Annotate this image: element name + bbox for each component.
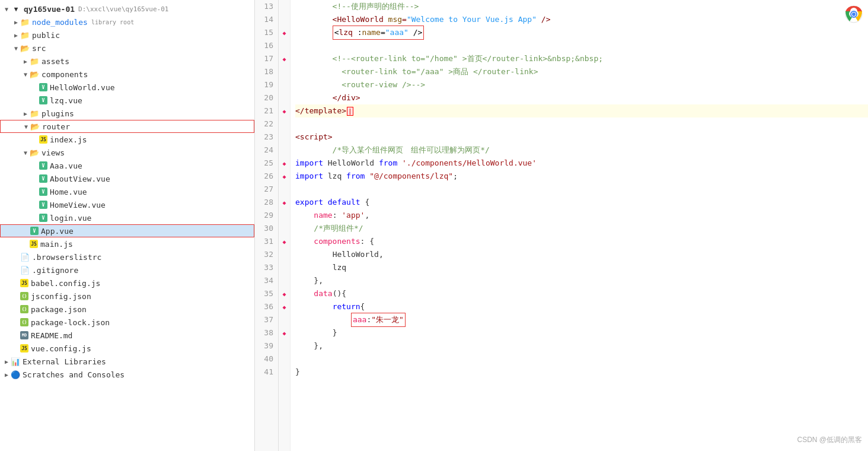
- line-num-23: 23: [260, 131, 273, 144]
- gutter-19: [279, 78, 290, 91]
- line-num-29: 29: [260, 209, 273, 222]
- arrow-icon: [2, 371, 11, 378]
- md-icon: MD: [20, 331, 28, 339]
- file-icon: 📄: [20, 253, 30, 262]
- sidebar-item-public[interactable]: 📁 public: [0, 28, 254, 42]
- gutter-33: [279, 261, 290, 274]
- file-icon: 📄: [20, 266, 30, 275]
- sidebar-item-package-json[interactable]: {} package.json: [0, 303, 254, 316]
- code-line-23: <script>: [295, 131, 868, 144]
- item-label: login.vue: [50, 214, 91, 223]
- code-text: name: 'app',: [295, 209, 369, 222]
- line-num-14: 14: [260, 13, 273, 26]
- sidebar-item-homeview-vue[interactable]: V HomeView.vue: [0, 198, 254, 211]
- sidebar-item-scratches[interactable]: 🔵 Scratches and Consoles: [0, 368, 254, 381]
- line-num-27: 27: [260, 183, 273, 196]
- code-line-21: </template>|: [295, 104, 868, 117]
- item-label: public: [32, 31, 60, 40]
- sidebar-item-node-modules[interactable]: 📁 node_modules library root: [0, 15, 254, 28]
- sidebar-item-aaa-vue[interactable]: V Aaa.vue: [0, 159, 254, 172]
- arrow-icon: [12, 45, 20, 52]
- item-label: HomeView.vue: [50, 201, 106, 209]
- sidebar-item-components[interactable]: 📂 components: [0, 68, 254, 81]
- gutter-13: [279, 0, 290, 13]
- line-num-35: 35: [260, 287, 273, 300]
- vue-icon: V: [39, 161, 47, 170]
- sidebar-item-assets[interactable]: 📁 assets: [0, 55, 254, 68]
- code-content: 13 14 15 16 17 18 19 20 21 22 23 24 25 2…: [255, 0, 868, 451]
- sidebar-item-main-js[interactable]: JS main.js: [0, 237, 254, 250]
- code-line-25: import HelloWorld from './components/Hel…: [295, 157, 868, 170]
- line-num-16: 16: [260, 39, 273, 52]
- sidebar-item-src[interactable]: 📂 src: [0, 42, 254, 55]
- sidebar-item-login-vue[interactable]: V login.vue: [0, 211, 254, 224]
- sidebar-item-router[interactable]: 📂 router: [0, 120, 254, 133]
- line-num-28: 28: [260, 196, 273, 209]
- vue-icon: V: [39, 96, 47, 104]
- item-label: README.md: [31, 331, 72, 340]
- gutter-25: ◆: [279, 157, 290, 170]
- item-label: babel.config.js: [31, 279, 100, 288]
- code-editor[interactable]: 13 14 15 16 17 18 19 20 21 22 23 24 25 2…: [255, 0, 868, 451]
- folder-open-icon: 📂: [20, 44, 30, 53]
- file-tree[interactable]: ▼ qy165vue-01 D:\xxcl\vue\qy165vue-01 📁 …: [0, 0, 255, 451]
- line-numbers: 13 14 15 16 17 18 19 20 21 22 23 24 25 2…: [255, 0, 279, 451]
- code-text: }: [295, 366, 300, 379]
- sidebar-item-lzq-vue[interactable]: V lzq.vue: [0, 94, 254, 107]
- sidebar-item-babel-config[interactable]: JS babel.config.js: [0, 277, 254, 290]
- sidebar-item-external-libraries[interactable]: 📊 External Libraries: [0, 355, 254, 368]
- sidebar-item-browserslistrc[interactable]: 📄 .browserslistrc: [0, 250, 254, 263]
- code-lines: <!--使用声明的组件--> <HelloWorld msg="Welcome …: [291, 0, 868, 451]
- sidebar-item-readme[interactable]: MD README.md: [0, 329, 254, 342]
- code-line-30: /*声明组件*/: [295, 222, 868, 235]
- sidebar-item-vue-config[interactable]: JS vue.config.js: [0, 342, 254, 355]
- item-label: assets: [42, 57, 69, 66]
- js-icon: JS: [39, 135, 47, 144]
- item-label: HelloWorld.vue: [50, 83, 115, 92]
- item-label: src: [32, 44, 46, 53]
- arrow-icon: [2, 358, 11, 365]
- code-line-14: <HelloWorld msg="Welcome to Your Vue.js …: [295, 13, 868, 26]
- folder-icon: 📁: [30, 57, 39, 66]
- sidebar-item-index-js[interactable]: JS index.js: [0, 133, 254, 146]
- code-text: <router-view />-->: [295, 78, 425, 91]
- code-text: </template>|: [295, 104, 353, 118]
- arrow-icon: [22, 123, 30, 130]
- js-icon: JS: [20, 279, 28, 287]
- code-text: lzq: [295, 261, 346, 274]
- sidebar-item-aboutview-vue[interactable]: V AboutView.vue: [0, 172, 254, 185]
- code-line-32: HelloWorld,: [295, 248, 868, 261]
- gutter-34: [279, 274, 290, 287]
- code-line-16: [295, 39, 868, 52]
- line-num-18: 18: [260, 65, 273, 78]
- arrow-icon: [12, 32, 20, 39]
- sidebar-item-views[interactable]: 📂 views: [0, 146, 254, 159]
- sidebar-item-plugins[interactable]: 📁 plugins: [0, 107, 254, 120]
- folder-icon: ▼: [11, 4, 21, 14]
- vue-icon: V: [39, 201, 47, 209]
- sidebar-item-gitignore[interactable]: 📄 .gitignore: [0, 263, 254, 277]
- code-line-20: </div>: [295, 91, 868, 104]
- code-text: aaa:"朱一龙": [295, 313, 406, 327]
- arrow-icon: [21, 58, 30, 65]
- sidebar-item-helloworld-vue[interactable]: V HelloWorld.vue: [0, 81, 254, 94]
- code-line-31: components: {: [295, 235, 868, 248]
- code-text: export default {: [295, 196, 369, 209]
- line-num-31: 31: [260, 235, 273, 248]
- item-label: Home.vue: [50, 188, 87, 196]
- sidebar-item-app-vue[interactable]: V App.vue: [0, 224, 254, 237]
- sidebar-item-jsconfig[interactable]: {} jsconfig.json: [0, 290, 254, 303]
- sidebar-item-home-vue[interactable]: V Home.vue: [0, 185, 254, 198]
- code-text: /*导入某个组件网页 组件可以理解为网页*/: [295, 144, 490, 157]
- sidebar-item-package-lock[interactable]: {} package-lock.json: [0, 316, 254, 329]
- project-root[interactable]: ▼ qy165vue-01 D:\xxcl\vue\qy165vue-01: [0, 2, 254, 15]
- code-text: HelloWorld,: [295, 248, 384, 261]
- json-icon: {}: [20, 292, 28, 300]
- line-num-38: 38: [260, 326, 273, 339]
- line-num-39: 39: [260, 339, 273, 352]
- gutter: ◆ ◆ ◆ ◆ ◆ ◆ ◆ ◆ ◆ ◆: [279, 0, 291, 451]
- code-line-38: }: [295, 326, 868, 339]
- gutter-36: ◆: [279, 300, 290, 313]
- json-icon: {}: [20, 318, 28, 326]
- item-label: vue.config.js: [31, 344, 91, 353]
